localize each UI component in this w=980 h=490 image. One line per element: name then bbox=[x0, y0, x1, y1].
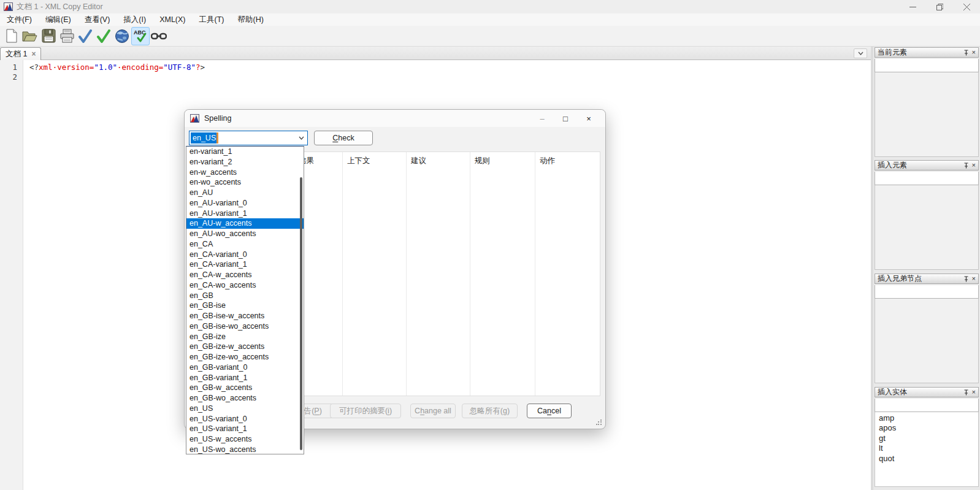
insert-sibling-list[interactable] bbox=[875, 299, 979, 383]
globe-button[interactable] bbox=[113, 27, 131, 45]
close-button[interactable] bbox=[953, 0, 980, 13]
panel-close-icon[interactable]: × bbox=[972, 275, 976, 282]
language-combo[interactable]: en_US bbox=[189, 131, 308, 145]
dropdown-item[interactable]: en_AU-variant_0 bbox=[186, 198, 304, 209]
dropdown-item[interactable]: en-wo_accents bbox=[186, 177, 304, 188]
dropdown-item[interactable]: en_GB bbox=[186, 291, 304, 301]
menu-item[interactable]: 文件(F) bbox=[0, 13, 39, 26]
change-all-button[interactable]: Change all bbox=[410, 404, 456, 418]
menu-item[interactable]: 编辑(E) bbox=[39, 13, 78, 26]
resize-grip[interactable] bbox=[596, 419, 602, 426]
dropdown-item[interactable]: en_GB-ise-w_accents bbox=[186, 311, 304, 321]
entity-item[interactable]: apos bbox=[879, 423, 978, 433]
dropdown-item[interactable]: en_AU-wo_accents bbox=[186, 229, 304, 239]
protect-tags-button[interactable] bbox=[150, 27, 168, 45]
save-button[interactable] bbox=[39, 27, 58, 45]
print-button[interactable] bbox=[58, 27, 76, 45]
dialog-title: Spelling bbox=[204, 114, 231, 123]
check-wellformed-button[interactable] bbox=[76, 27, 94, 45]
dropdown-item[interactable]: en-variant_2 bbox=[186, 157, 304, 167]
dropdown-item[interactable]: en_GB-variant_1 bbox=[186, 373, 304, 383]
pin-icon[interactable] bbox=[963, 50, 969, 56]
entity-item[interactable]: gt bbox=[879, 434, 978, 443]
pin-icon[interactable] bbox=[963, 163, 969, 169]
current-element-field[interactable] bbox=[875, 59, 979, 72]
dropdown-item[interactable]: en_US bbox=[186, 404, 304, 414]
dropdown-item[interactable]: en_AU-variant_1 bbox=[186, 209, 304, 219]
dropdown-item[interactable]: en_CA-w_accents bbox=[186, 270, 304, 280]
panel-title: 插入实体 bbox=[878, 387, 960, 397]
ignore-all-button[interactable]: 忽略所有(g) bbox=[462, 404, 518, 418]
app-icon bbox=[190, 114, 199, 123]
printable-summary-button[interactable]: 可打印的摘要(i) bbox=[330, 404, 401, 418]
dialog-maximize-button[interactable]: □ bbox=[554, 114, 577, 123]
validate-button[interactable] bbox=[94, 27, 113, 45]
dropdown-item[interactable]: en_GB-w_accents bbox=[186, 383, 304, 393]
dropdown-item[interactable]: en_US-variant_1 bbox=[186, 424, 304, 434]
new-document-button[interactable] bbox=[2, 27, 21, 45]
menu-item[interactable]: 插入(I) bbox=[117, 13, 153, 26]
check-button[interactable]: Check bbox=[314, 131, 373, 145]
dropdown-item[interactable]: en_GB-ise-wo_accents bbox=[186, 321, 304, 332]
dropdown-item[interactable]: en-variant_1 bbox=[186, 147, 304, 157]
insert-element-list[interactable] bbox=[875, 185, 979, 270]
open-folder-button[interactable] bbox=[21, 27, 39, 45]
pin-icon[interactable] bbox=[963, 276, 969, 282]
panel-close-icon[interactable]: × bbox=[972, 49, 976, 56]
table-column-header[interactable]: 动作 bbox=[535, 152, 600, 396]
table-column-header[interactable]: 建议 bbox=[407, 152, 470, 396]
language-combo-value: en_US bbox=[191, 132, 216, 144]
panel-close-icon[interactable]: × bbox=[972, 162, 976, 169]
insert-sibling-field[interactable] bbox=[875, 285, 979, 299]
spelling-dialog-titlebar[interactable]: Spelling – □ × bbox=[185, 110, 605, 127]
dropdown-item[interactable]: en_GB-ise bbox=[186, 301, 304, 311]
pin-icon[interactable] bbox=[963, 389, 969, 396]
toolbar: ABC bbox=[0, 26, 980, 47]
table-column-header[interactable]: 规则 bbox=[470, 152, 535, 396]
dropdown-item[interactable]: en_GB-wo_accents bbox=[186, 393, 304, 404]
dropdown-item[interactable]: en_CA-variant_0 bbox=[186, 250, 304, 260]
dropdown-item[interactable]: en_CA-variant_1 bbox=[186, 259, 304, 270]
restore-button[interactable] bbox=[926, 0, 953, 13]
entity-item[interactable]: quot bbox=[879, 454, 978, 464]
dropdown-item[interactable]: en_AU bbox=[186, 188, 304, 198]
dropdown-item[interactable]: en_US-variant_0 bbox=[186, 414, 304, 424]
spellcheck-button[interactable]: ABC bbox=[131, 27, 150, 45]
menu-item[interactable]: 工具(T) bbox=[193, 13, 231, 26]
panel-close-icon[interactable]: × bbox=[972, 389, 976, 396]
insert-element-field[interactable] bbox=[875, 172, 979, 185]
dropdown-item[interactable]: en_CA bbox=[186, 239, 304, 250]
menu-item[interactable]: 查看(V) bbox=[78, 13, 117, 26]
panel-title: 插入兄弟节点 bbox=[878, 274, 960, 284]
panel-insert-sibling: 插入兄弟节点 × bbox=[875, 274, 979, 385]
dialog-close-button[interactable]: × bbox=[577, 114, 600, 123]
current-element-list[interactable] bbox=[875, 72, 979, 157]
dropdown-scrollbar-thumb[interactable] bbox=[300, 177, 302, 450]
insert-entity-field[interactable] bbox=[875, 399, 979, 412]
tab-close-icon[interactable]: × bbox=[31, 50, 36, 58]
code-segment: <? bbox=[29, 63, 39, 72]
dropdown-item[interactable]: en_GB-variant_0 bbox=[186, 362, 304, 373]
line-number: 1 bbox=[0, 63, 17, 72]
menu-item[interactable]: XML(X) bbox=[153, 14, 192, 25]
tab-document-1[interactable]: 文档 1 × bbox=[0, 47, 41, 60]
app-icon bbox=[4, 2, 13, 11]
entity-item[interactable]: amp bbox=[879, 413, 978, 423]
dropdown-item[interactable]: en_GB-ize-wo_accents bbox=[186, 352, 304, 362]
tab-overflow-chevron-down-icon[interactable] bbox=[854, 48, 867, 58]
dropdown-item[interactable]: en_AU-w_accents bbox=[186, 218, 304, 229]
entity-item[interactable]: lt bbox=[879, 443, 978, 453]
tabbar: 文档 1 × bbox=[0, 47, 871, 60]
menu-item[interactable]: 帮助(H) bbox=[231, 13, 270, 26]
minimize-button[interactable] bbox=[899, 0, 926, 13]
dropdown-item[interactable]: en_CA-wo_accents bbox=[186, 280, 304, 291]
table-column-header[interactable]: 上下文 bbox=[343, 152, 407, 396]
combo-chevron-down-icon[interactable] bbox=[295, 131, 307, 145]
dropdown-item[interactable]: en-w_accents bbox=[186, 167, 304, 178]
dropdown-item[interactable]: en_GB-ize-w_accents bbox=[186, 342, 304, 352]
cancel-button[interactable]: Cancel bbox=[527, 404, 572, 418]
dropdown-item[interactable]: en_US-w_accents bbox=[186, 434, 304, 445]
dropdown-item[interactable]: en_US-wo_accents bbox=[186, 445, 304, 455]
dialog-minimize-button[interactable]: – bbox=[530, 114, 554, 123]
dropdown-item[interactable]: en_GB-ize bbox=[186, 332, 304, 342]
